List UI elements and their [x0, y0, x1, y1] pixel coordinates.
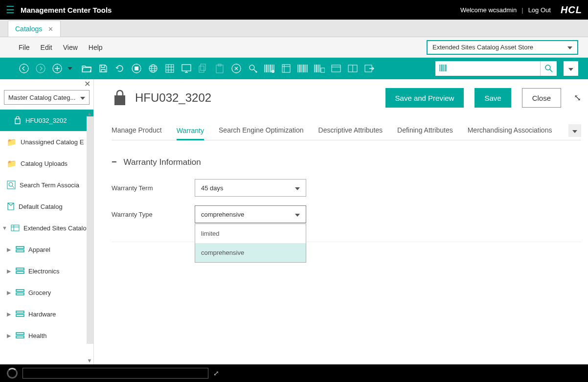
- sidebar: ✕ Master Catalog Categ... ▲ HFU032_3202 …: [0, 79, 94, 378]
- chevron-right-icon[interactable]: ▶: [7, 333, 12, 339]
- stop-icon[interactable]: [131, 63, 142, 74]
- refresh-icon[interactable]: [114, 63, 125, 74]
- menu-help[interactable]: Help: [89, 44, 103, 51]
- warranty-type-select[interactable]: comprehensive limited comprehensive: [195, 205, 306, 223]
- svg-rect-29: [16, 290, 24, 292]
- sidebar-item-default-catalog[interactable]: Default Catalog: [0, 196, 93, 217]
- popout-icon[interactable]: ⤢: [213, 369, 219, 377]
- scroll-up-icon[interactable]: ▲: [87, 111, 92, 116]
- add-icon[interactable]: [52, 63, 63, 74]
- chevron-right-icon[interactable]: ▶: [7, 290, 12, 296]
- menu-view[interactable]: View: [63, 44, 78, 51]
- barcode2-icon[interactable]: [297, 63, 308, 74]
- search-icon[interactable]: [540, 61, 557, 76]
- preview-icon[interactable]: [181, 63, 192, 74]
- sidebar-catalog-value: Master Catalog Categ...: [8, 94, 75, 101]
- sidebar-close-icon[interactable]: ✕: [84, 79, 90, 89]
- svg-point-1: [36, 64, 45, 73]
- status-bar: ⤢: [0, 364, 588, 382]
- close-button[interactable]: Close: [522, 88, 561, 108]
- chevron-down-icon[interactable]: ▼: [2, 225, 7, 231]
- bag-icon: [14, 116, 22, 124]
- delete-icon[interactable]: [231, 63, 242, 74]
- scroll-down-icon[interactable]: ▼: [87, 358, 92, 363]
- sidebar-item-unassigned[interactable]: 📁 Unassigned Catalog E: [0, 131, 93, 153]
- svg-point-0: [20, 64, 28, 73]
- sidebar-item-label: Search Term Associa: [20, 181, 79, 189]
- warranty-type-value: comprehensive: [201, 211, 244, 218]
- search-options-dropdown[interactable]: [564, 61, 578, 76]
- forward-icon[interactable]: [35, 63, 46, 74]
- chevron-right-icon[interactable]: ▶: [7, 268, 12, 274]
- catalog-icon: [7, 202, 15, 211]
- sidebar-item-label: Apparel: [28, 246, 50, 253]
- barcode3-icon[interactable]: [314, 63, 325, 74]
- chevron-down-icon: [568, 65, 573, 72]
- sidebar-item-search-terms[interactable]: Search Term Associa: [0, 174, 93, 196]
- svg-rect-16: [282, 65, 290, 72]
- svg-rect-27: [16, 268, 24, 270]
- layout1-icon[interactable]: [331, 63, 341, 74]
- app-title: Management Center Tools: [21, 6, 460, 14]
- svg-rect-33: [16, 333, 24, 335]
- open-icon[interactable]: [81, 63, 92, 74]
- sidebar-item-extended-sites[interactable]: ▼ Extended Sites Catalo: [0, 217, 93, 239]
- tab-seo[interactable]: Search Engine Optimization: [219, 121, 304, 140]
- content-tabs: Manage Product Warranty Search Engine Op…: [112, 121, 581, 140]
- sidebar-item-uploads[interactable]: 📁 Catalog Uploads: [0, 153, 93, 174]
- grid-icon[interactable]: [164, 63, 175, 74]
- svg-rect-7: [166, 65, 174, 72]
- globe-icon[interactable]: [148, 63, 158, 74]
- chevron-right-icon[interactable]: ▶: [7, 311, 12, 317]
- collapse-section-icon[interactable]: −: [112, 157, 117, 167]
- sidebar-catalog-select[interactable]: Master Catalog Categ...: [4, 90, 90, 105]
- tab-merch-assoc[interactable]: Merchandising Associations: [468, 121, 552, 140]
- store-select[interactable]: Extended Sites Catalog Asset Store: [427, 40, 578, 55]
- sidebar-item-health[interactable]: ▶ Health: [0, 325, 93, 346]
- tab-descriptive-attrs[interactable]: Descriptive Attributes: [318, 121, 383, 140]
- svg-rect-28: [16, 271, 24, 273]
- menu-file[interactable]: File: [19, 44, 30, 51]
- sidebar-item-label: Electronics: [28, 268, 60, 275]
- find-icon[interactable]: [248, 63, 258, 74]
- dropdown-option-comprehensive[interactable]: comprehensive: [195, 243, 306, 262]
- warranty-term-select[interactable]: 45 days: [195, 179, 306, 197]
- chevron-down-icon: [295, 184, 300, 192]
- copy-icon[interactable]: [198, 63, 208, 74]
- sidebar-item-label: Extended Sites Catalo: [23, 225, 87, 232]
- layout2-icon[interactable]: [347, 63, 358, 74]
- sidebar-scrollbar[interactable]: [87, 116, 93, 344]
- chevron-right-icon[interactable]: ▶: [7, 247, 12, 253]
- tab-manage-product[interactable]: Manage Product: [112, 121, 162, 140]
- tab-defining-attrs[interactable]: Defining Attributes: [397, 121, 453, 140]
- dropdown-option-limited[interactable]: limited: [195, 224, 306, 243]
- sidebar-item-apparel[interactable]: ▶ Apparel: [0, 239, 93, 260]
- save-preview-button[interactable]: Save and Preview: [385, 88, 464, 108]
- svg-point-21: [545, 65, 550, 70]
- paste-icon[interactable]: [214, 63, 225, 74]
- search-input[interactable]: [453, 61, 540, 76]
- back-icon[interactable]: [19, 63, 29, 74]
- close-icon[interactable]: ✕: [48, 25, 53, 33]
- barcode1-icon[interactable]: [264, 63, 275, 74]
- sheet-icon[interactable]: [281, 63, 292, 74]
- export-icon[interactable]: [364, 63, 375, 74]
- expand-icon[interactable]: ⤡: [574, 92, 581, 103]
- add-dropdown-icon[interactable]: [65, 63, 75, 74]
- status-input[interactable]: [23, 368, 208, 379]
- tabs-more-icon[interactable]: [568, 124, 581, 137]
- sidebar-item-grocery[interactable]: ▶ Grocery: [0, 282, 93, 303]
- tab-label: Catalogs: [15, 25, 42, 33]
- category-icon: [16, 332, 24, 339]
- logout-link[interactable]: Log Out: [528, 6, 551, 14]
- sidebar-item-product[interactable]: HFU032_3202: [0, 110, 93, 131]
- folder-icon: 📁: [7, 137, 17, 147]
- hamburger-icon[interactable]: ☰: [6, 4, 15, 16]
- menu-edit[interactable]: Edit: [41, 44, 52, 51]
- tab-catalogs[interactable]: Catalogs ✕: [8, 21, 61, 37]
- sidebar-item-hardware[interactable]: ▶ Hardware: [0, 303, 93, 325]
- save-icon[interactable]: [98, 63, 109, 74]
- tab-warranty[interactable]: Warranty: [177, 122, 204, 140]
- sidebar-item-electronics[interactable]: ▶ Electronics: [0, 260, 93, 282]
- save-button[interactable]: Save: [475, 88, 511, 108]
